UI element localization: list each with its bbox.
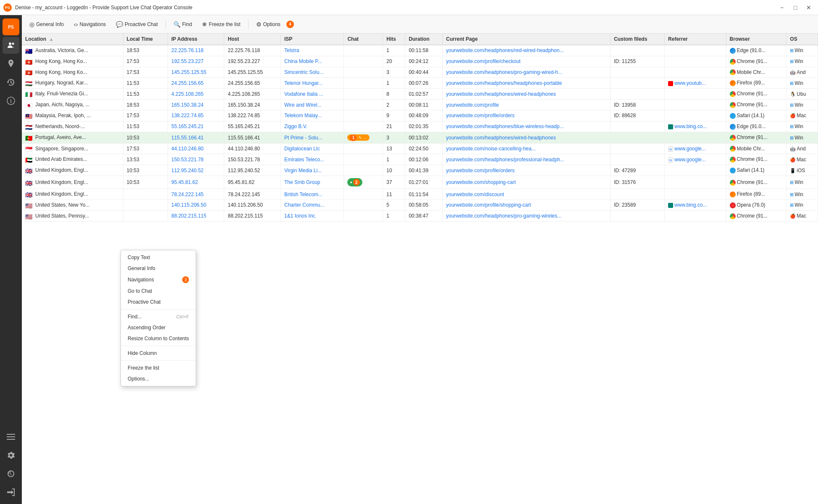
cell-ip[interactable]: 22.225.76.118 bbox=[168, 45, 224, 56]
general-info-button[interactable]: ◎ General Info bbox=[25, 19, 68, 29]
cell-current-page[interactable]: yourwebsite.com/profile bbox=[443, 100, 611, 110]
cell-current-page[interactable]: yourwebsite.com/shopping-cart bbox=[443, 176, 611, 189]
cell-current-page[interactable]: yourwebsite.com/headphones/pro-gaming-wi… bbox=[443, 210, 611, 221]
table-row[interactable]: 🇺🇸United States, Pennsy... 88.202.215.11… bbox=[22, 210, 818, 221]
col-browser[interactable]: Browser bbox=[726, 34, 787, 45]
col-referrer[interactable]: Referrer bbox=[665, 34, 726, 45]
cell-referrer[interactable] bbox=[665, 210, 726, 221]
cell-referrer[interactable]: www.bing.co... bbox=[665, 200, 726, 210]
maximize-button[interactable]: □ bbox=[789, 2, 801, 13]
col-isp[interactable]: ISP bbox=[281, 34, 343, 45]
col-current-page[interactable]: Current Page bbox=[443, 34, 611, 45]
table-row[interactable]: 🇦🇺Australia, Victoria, Ge... 18:53 22.22… bbox=[22, 45, 818, 56]
sidebar-item-visitors[interactable] bbox=[3, 37, 19, 54]
col-chat[interactable]: Chat bbox=[344, 34, 383, 45]
col-location[interactable]: Location ▲ bbox=[22, 34, 123, 45]
cell-chat[interactable] bbox=[344, 89, 383, 100]
cell-referrer[interactable] bbox=[665, 45, 726, 56]
sidebar-item-logo[interactable]: PS bbox=[3, 18, 19, 35]
cell-chat[interactable] bbox=[344, 121, 383, 132]
cell-current-page[interactable]: yourwebsite.com/headphones/pro-gaming-wi… bbox=[443, 67, 611, 78]
close-button[interactable]: ✕ bbox=[803, 2, 815, 13]
cell-referrer[interactable]: Gwww.google... bbox=[665, 143, 726, 154]
proactive-chat-button[interactable]: 💬 Proactive Chat bbox=[112, 19, 162, 29]
sidebar-item-reports[interactable] bbox=[3, 465, 19, 482]
context-menu-item[interactable]: Resize Column to Contents bbox=[121, 333, 196, 344]
context-menu-item[interactable]: Options... bbox=[121, 373, 196, 384]
sidebar-item-settings[interactable] bbox=[3, 447, 19, 464]
table-row[interactable]: 🇦🇪United Arab Emirates... 13:53 150.53.2… bbox=[22, 154, 818, 165]
cell-ip[interactable]: 55.165.245.21 bbox=[168, 121, 224, 132]
col-duration[interactable]: Duration bbox=[405, 34, 443, 45]
cell-current-page[interactable]: yourwebsite.com/profile/orders bbox=[443, 165, 611, 176]
cell-referrer[interactable]: www.youtub... bbox=[665, 78, 726, 89]
sidebar-item-menu[interactable] bbox=[3, 428, 19, 445]
sidebar-item-logout[interactable] bbox=[3, 484, 19, 501]
cell-ip[interactable]: 150.53.221.78 bbox=[168, 154, 224, 165]
context-menu-item[interactable]: Go to Chat bbox=[121, 286, 196, 297]
cell-current-page[interactable]: yourwebsite.com/noise-cancelling-hea... bbox=[443, 143, 611, 154]
table-row[interactable]: 🇬🇧United Kingdom, Engl... 10:53 95.45.81… bbox=[22, 176, 818, 189]
cell-ip[interactable]: 24.255.156.65 bbox=[168, 78, 224, 89]
table-row[interactable]: 🇯🇵Japan, Aichi, Nagoya, ... 18:53 165.15… bbox=[22, 100, 818, 110]
cell-current-page[interactable]: yourwebsite.com/profile/shopping-cart bbox=[443, 200, 611, 210]
sidebar-item-history[interactable] bbox=[3, 74, 19, 91]
cell-ip[interactable]: 4.225.108.265 bbox=[168, 89, 224, 100]
sidebar-item-info[interactable]: i bbox=[3, 92, 19, 109]
cell-ip[interactable]: 138.222.74.85 bbox=[168, 110, 224, 121]
cell-chat[interactable] bbox=[344, 45, 383, 56]
table-row[interactable]: 🇭🇰Hong Kong, Hong Ko... 17:53 192.55.23.… bbox=[22, 56, 818, 67]
cell-isp[interactable]: British Telecom... bbox=[281, 189, 343, 200]
context-menu-item[interactable]: General Info bbox=[121, 263, 196, 274]
context-menu-item[interactable]: Hide Column bbox=[121, 348, 196, 359]
col-os[interactable]: OS bbox=[787, 34, 818, 45]
cell-chat[interactable] bbox=[344, 200, 383, 210]
freeze-list-button[interactable]: ❄ Freeze the list bbox=[198, 19, 244, 29]
cell-current-page[interactable]: yourwebsite.com/headphones/red-wired-hea… bbox=[443, 45, 611, 56]
cell-referrer[interactable] bbox=[665, 89, 726, 100]
cell-ip[interactable]: 44.110.246.80 bbox=[168, 143, 224, 154]
table-row[interactable]: 🇭🇰Hong Kong, Hong Ko... 17:53 145.255.12… bbox=[22, 67, 818, 78]
cell-referrer[interactable] bbox=[665, 56, 726, 67]
cell-isp[interactable]: The Smb Group bbox=[281, 176, 343, 189]
cell-chat[interactable]: ● 2 bbox=[344, 176, 383, 189]
cell-chat[interactable] bbox=[344, 165, 383, 176]
cell-referrer[interactable] bbox=[665, 189, 726, 200]
col-local-time[interactable]: Local Time bbox=[123, 34, 168, 45]
cell-current-page[interactable]: yourwebsite.com/profile/checkout bbox=[443, 56, 611, 67]
cell-referrer[interactable] bbox=[665, 110, 726, 121]
cell-referrer[interactable] bbox=[665, 165, 726, 176]
cell-isp[interactable]: Telenor Hungar... bbox=[281, 78, 343, 89]
cell-chat[interactable] bbox=[344, 154, 383, 165]
minimize-button[interactable]: − bbox=[776, 2, 788, 13]
col-custom-fields[interactable]: Custom fileds bbox=[611, 34, 665, 45]
chat-badge-1[interactable]: 1 ✎ … bbox=[347, 134, 369, 141]
cell-current-page[interactable]: yourwebsite.com/headphones/blue-wireless… bbox=[443, 121, 611, 132]
navigations-button[interactable]: ‹› Navigations bbox=[70, 19, 110, 29]
cell-referrer[interactable] bbox=[665, 67, 726, 78]
table-row[interactable]: 🇸🇬Singapore, Singapore... 17:53 44.110.2… bbox=[22, 143, 818, 154]
cell-isp[interactable]: Emirates Teleco... bbox=[281, 154, 343, 165]
cell-chat[interactable] bbox=[344, 143, 383, 154]
table-row[interactable]: 🇲🇾Malaysia, Perak, Ipoh, ... 17:53 138.2… bbox=[22, 110, 818, 121]
cell-isp[interactable]: Charter Commu... bbox=[281, 200, 343, 210]
cell-chat[interactable] bbox=[344, 56, 383, 67]
visitors-table-container[interactable]: Location ▲ Local Time IP Address Host IS… bbox=[22, 34, 818, 504]
cell-ip[interactable]: 165.150.38.24 bbox=[168, 100, 224, 110]
cell-isp[interactable]: Vodafone Italia ... bbox=[281, 89, 343, 100]
context-menu-item[interactable]: Freeze the list bbox=[121, 362, 196, 373]
table-row[interactable]: 🇭🇺Hungary, Nograd, Kar... 11:53 24.255.1… bbox=[22, 78, 818, 89]
table-row[interactable]: 🇬🇧United Kingdom, Engl... 10:53 112.95.2… bbox=[22, 165, 818, 176]
cell-isp[interactable]: Telstra bbox=[281, 45, 343, 56]
cell-current-page[interactable]: yourwebsite.com/headphones/headphones-po… bbox=[443, 78, 611, 89]
cell-ip[interactable]: 140.115.206.50 bbox=[168, 200, 224, 210]
cell-current-page[interactable]: yourwebsite.com/headphones/wired-headpho… bbox=[443, 89, 611, 100]
context-menu-item[interactable]: Copy Text bbox=[121, 252, 196, 263]
cell-current-page[interactable]: yourwebsite.com/profile/orders bbox=[443, 110, 611, 121]
cell-current-page[interactable]: yourwebsite.com/discount bbox=[443, 189, 611, 200]
cell-referrer[interactable] bbox=[665, 100, 726, 110]
cell-ip[interactable]: 78.24.222.145 bbox=[168, 189, 224, 200]
cell-chat[interactable] bbox=[344, 189, 383, 200]
cell-current-page[interactable]: yourwebsite.com/headphones/wired-headpho… bbox=[443, 132, 611, 143]
cell-ip[interactable]: 115.55.166.41 bbox=[168, 132, 224, 143]
